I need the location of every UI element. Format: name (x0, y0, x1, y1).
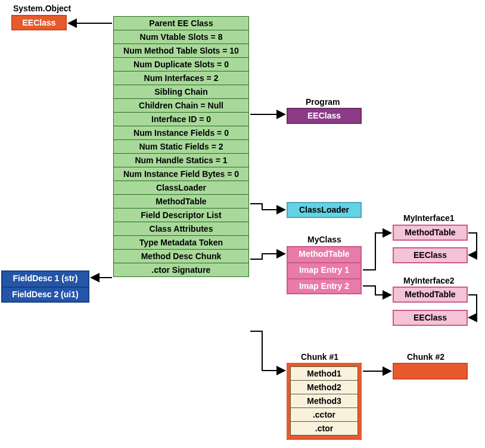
field-type-metadata-token: Type Metadata Token (113, 235, 249, 249)
eeclass-box-left: EEClass (11, 15, 67, 30)
field-num-instance-fields: Num Instance Fields = 0 (113, 126, 249, 139)
chunk1-method1: Method1 (290, 366, 358, 380)
field-interface-id: Interface ID = 0 (113, 112, 249, 126)
chunk1-box: Method1 Method2 Method3 .cctor .ctor (287, 363, 362, 440)
field-num-method-table-slots: Num Method Table Slots = 10 (113, 43, 249, 57)
field-num-duplicate-slots: Num Duplicate Slots = 0 (113, 57, 249, 71)
field-sibling-chain: Sibling Chain (113, 85, 249, 98)
field-num-handle-statics: Num Handle Statics = 1 (113, 153, 249, 167)
program-label: Program (306, 97, 340, 107)
classloader-box: ClassLoader (287, 202, 362, 218)
field-desc-2: FieldDesc 2 (ui1) (1, 287, 89, 303)
chunk2-box (393, 363, 468, 379)
field-desc-1: FieldDesc 1 (str) (1, 270, 89, 287)
field-field-descriptor-list: Field Descriptor List (113, 208, 249, 222)
myclass-imap-entry-2: Imap Entry 2 (287, 278, 362, 294)
interface1-methodtable: MethodTable (393, 225, 468, 241)
chunk1-cctor: .cctor (290, 407, 358, 421)
chunk1-ctor: .ctor (290, 421, 358, 435)
field-parent-ee-class: Parent EE Class (113, 16, 249, 30)
interface1-eeclass: EEClass (393, 247, 468, 263)
program-eeclass-box: EEClass (287, 108, 362, 124)
chunk1-label: Chunk #1 (301, 352, 338, 362)
field-class-attributes: Class Attributes (113, 222, 249, 235)
interface2-methodtable: MethodTable (393, 287, 468, 303)
field-children-chain: Children Chain = Null (113, 98, 249, 112)
chunk1-method3: Method3 (290, 394, 358, 407)
chunk2-label: Chunk #2 (407, 352, 444, 362)
myinterface1-label: MyInterface1 (403, 213, 455, 223)
field-classloader: ClassLoader (113, 181, 249, 194)
field-num-vtable-slots: Num Vtable Slots = 8 (113, 30, 249, 43)
field-methodtable: MethodTable (113, 194, 249, 208)
chunk1-method2: Method2 (290, 380, 358, 394)
myclass-methodtable: MethodTable (287, 246, 362, 262)
myclass-imap-entry-1: Imap Entry 1 (287, 262, 362, 278)
myinterface2-label: MyInterface2 (403, 276, 455, 285)
ee-class-structure: Parent EE Class Num Vtable Slots = 8 Num… (113, 16, 249, 277)
field-num-interfaces: Num Interfaces = 2 (113, 71, 249, 85)
myclass-label: MyClass (307, 235, 341, 244)
field-num-instance-field-bytes: Num Instance Field Bytes = 0 (113, 167, 249, 181)
field-ctor-signature: .ctor Signature (113, 263, 249, 276)
system-object-label: System.Object (13, 4, 71, 13)
field-num-static-fields: Num Static Fields = 2 (113, 139, 249, 153)
field-method-desc-chunk: Method Desc Chunk (113, 249, 249, 263)
interface2-eeclass: EEClass (393, 310, 468, 326)
